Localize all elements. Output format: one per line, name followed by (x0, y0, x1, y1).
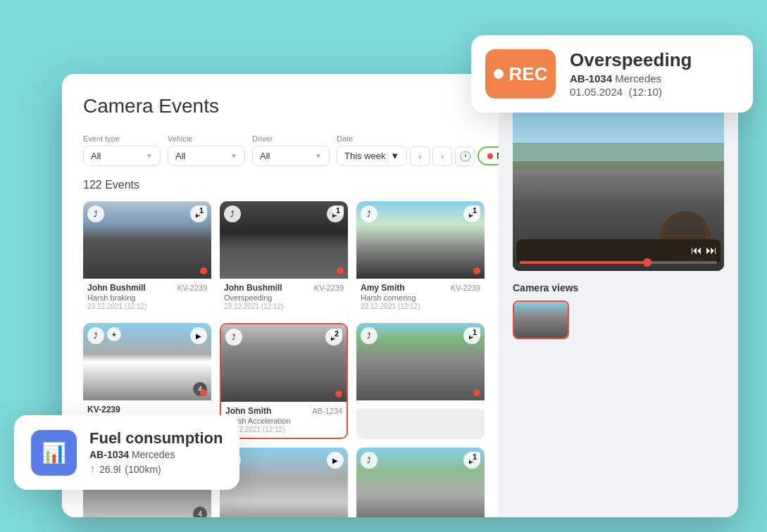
event-info: Amy Smith KV-2239 Harsh cornering 23.12.… (356, 279, 485, 315)
driver-name: Amy Smith (361, 283, 405, 293)
fuel-value: ↑ 26.9l (100km) (89, 463, 223, 476)
date-select[interactable]: This week ▼ (337, 146, 407, 166)
camera-views-list (513, 300, 724, 339)
fuel-title: Fuel consumption (89, 429, 223, 448)
count-badge: 1 (469, 327, 480, 337)
chevron-down-icon: ▼ (146, 152, 153, 160)
event-type-select[interactable]: All ▼ (83, 146, 161, 166)
share-icon[interactable]: ⤴ (361, 327, 378, 344)
cam-scene-1 (514, 302, 568, 338)
plate-number: KV-2239 (314, 284, 344, 292)
multi-count-badge: + (107, 327, 121, 341)
fuel-vehicle-info: AB-1034 Mercedes (89, 449, 223, 460)
event-type-text: Harsh braking (87, 293, 207, 302)
share-icon[interactable]: ⤴ (87, 327, 104, 344)
event-type-text: Harsh Acceleration (225, 417, 342, 425)
plate-number: KV-2239 (177, 284, 207, 292)
event-card-selected[interactable]: ⤴ ▶ 2 John Smith AB-1234 Harsh Accelerat… (220, 323, 348, 439)
share-icon[interactable]: ⤴ (361, 452, 378, 469)
count-badge: 1 (332, 205, 344, 215)
next-date-button[interactable]: › (432, 146, 452, 166)
video-scene (513, 88, 724, 271)
event-card[interactable]: ⤴ ▶ 1 John Bushmill KV-2239 Overspeeding… (220, 201, 348, 315)
share-icon[interactable]: ⤴ (225, 329, 242, 346)
play-icon[interactable]: ▶ (190, 327, 207, 344)
driver-filter-group: Driver All ▼ (252, 134, 330, 166)
rec-event-type: Overspeeding (570, 50, 692, 70)
chevron-down-icon: ▼ (230, 152, 237, 160)
new-button[interactable]: New (478, 146, 499, 165)
rec-indicator (200, 267, 207, 274)
fuel-per-distance: (100km) (125, 464, 161, 475)
count-badge: 1 (469, 452, 480, 462)
event-thumbnail: ⤴ ▶ + 4 (83, 323, 211, 400)
rec-indicator (337, 267, 344, 274)
event-info: John Bushmill KV-2239 Harsh braking 23.1… (83, 279, 211, 315)
share-icon[interactable]: ⤴ (224, 205, 241, 222)
rec-label: REC (509, 63, 548, 85)
driver-name: John Bushmill (87, 283, 146, 293)
chevron-down-icon: ▼ (390, 151, 399, 161)
dashboard-bar (516, 239, 721, 264)
event-thumbnail: ⤴ ▶ 1 (83, 201, 211, 279)
events-count: 122 Events (83, 179, 485, 191)
clock-icon-button[interactable]: 🕐 (455, 146, 475, 166)
event-name-row: John Bushmill KV-2239 (87, 283, 207, 293)
share-icon[interactable]: ⤴ (87, 205, 104, 222)
rec-indicator (335, 391, 342, 398)
event-name-row: Amy Smith KV-2239 (361, 283, 480, 293)
rec-vehicle-info: AB-1034 Mercedes (570, 72, 692, 84)
event-type-filter-group: Event type All ▼ (83, 134, 161, 166)
new-indicator-dot (487, 153, 493, 159)
foliage-strip (513, 143, 724, 170)
video-progress-handle[interactable] (643, 258, 651, 267)
event-card[interactable]: ⤴ ▶ 1 Amy Smith KV-2239 Harsh cornering … (356, 201, 485, 315)
camera-views-label: Camera views (513, 282, 724, 293)
play-icon[interactable]: ▶ (327, 452, 344, 469)
event-date: 23.12.2021 (12:12) (87, 303, 207, 310)
date-filter-group: Date This week ▼ ‹ › 🕐 New (337, 134, 499, 166)
driver-name: John Bushmill (224, 283, 282, 293)
event-thumbnail: ⤴ ▶ 1 (356, 201, 485, 279)
rec-indicator (200, 389, 207, 396)
event-card[interactable]: ⤴ ▶ 1 (356, 323, 485, 439)
multi-badge: 4 (193, 507, 207, 517)
fuel-info: Fuel consumption AB-1034 Mercedes ↑ 26.9… (89, 429, 223, 476)
plate-number: KV-2239 (451, 284, 480, 292)
vehicle-select[interactable]: All ▼ (168, 146, 245, 166)
driver-select[interactable]: All ▼ (252, 146, 330, 166)
event-thumbnail: ⤴ ▶ 1 (356, 323, 485, 400)
video-controls: ⏮ ⏭ (691, 244, 717, 257)
count-badge: 1 (469, 205, 480, 215)
share-icon[interactable]: ⤴ (361, 205, 378, 222)
fuel-amount: 26.9l (99, 464, 120, 475)
vehicle-label: Vehicle (168, 134, 245, 143)
driver-name: John Smith (225, 406, 271, 416)
chevron-down-icon: ▼ (315, 152, 322, 160)
event-info: John Bushmill KV-2239 Overspeeding 23.12… (220, 279, 348, 315)
event-card[interactable]: ⤴ ▶ 1 (356, 448, 485, 517)
rec-indicator-dot (494, 69, 504, 79)
rec-notification-card: REC Overspeeding AB-1034 Mercedes 01.05.… (471, 35, 753, 113)
event-thumbnail: ⤴ ▶ 1 (220, 201, 348, 279)
rec-badge: REC (485, 49, 556, 99)
event-card[interactable]: ⤴ ▶ 1 John Bushmill KV-2239 Harsh brakin… (83, 201, 211, 315)
event-name-row: KV-2239 (87, 405, 207, 414)
event-type-label: Event type (83, 134, 161, 143)
video-player[interactable]: ⏮ ⏭ (513, 88, 724, 271)
video-progress-bar[interactable] (520, 261, 717, 264)
rec-datetime: 01.05.2024 (12:10) (570, 86, 692, 98)
prev-date-button[interactable]: ‹ (410, 146, 430, 166)
fast-forward-button[interactable]: ⏭ (706, 244, 717, 257)
event-info (356, 400, 485, 409)
event-name-row: John Bushmill KV-2239 (224, 283, 344, 293)
driver-label: Driver (252, 134, 330, 143)
camera-views-section: Camera views (513, 282, 724, 339)
video-progress-fill (520, 261, 648, 264)
camera-thumb-1[interactable] (513, 300, 569, 339)
fuel-icon: 📊 (31, 430, 77, 476)
fuel-arrow-icon: ↑ (89, 463, 95, 476)
rewind-button[interactable]: ⏮ (691, 244, 702, 257)
vehicle-filter-group: Vehicle All ▼ (168, 134, 245, 166)
rec-info: Overspeeding AB-1034 Mercedes 01.05.2024… (570, 50, 692, 99)
